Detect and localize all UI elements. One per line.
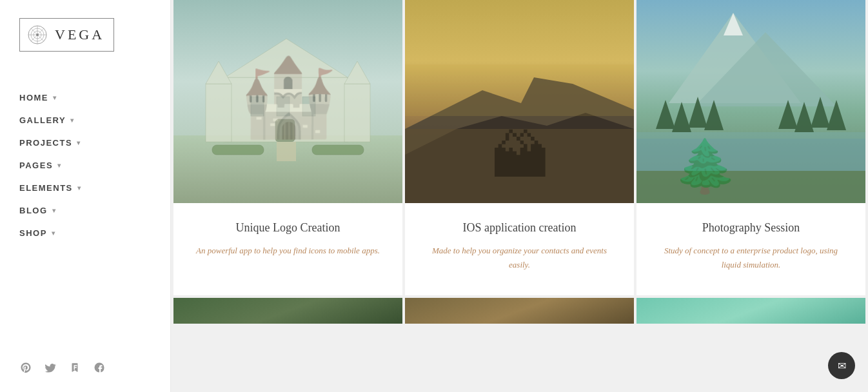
card-partial-1 <box>173 298 402 324</box>
card-partial-1-image <box>173 298 402 324</box>
card-1-title: Unique Logo Creation <box>193 221 383 235</box>
logo-box[interactable]: VEGA <box>19 18 114 52</box>
nav-shop-label: SHOP <box>19 228 47 238</box>
card-partial-2 <box>405 298 634 324</box>
nav-projects[interactable]: PROJECTS ▾ <box>0 132 170 154</box>
card-3-image <box>636 0 865 203</box>
svg-rect-42 <box>636 171 865 203</box>
logo-area: VEGA <box>0 0 170 71</box>
nav-elements-chevron: ▾ <box>77 184 82 191</box>
nav-pages[interactable]: PAGES ▾ <box>0 154 170 177</box>
main-nav: HOME ▾ GALLERY ▾ PROJECTS ▾ PAGES ▾ ELEM… <box>0 71 170 348</box>
svg-rect-26 <box>405 129 634 203</box>
card-1-image <box>173 0 402 203</box>
card-2-desc: Made to help you organize your contacts … <box>424 244 615 272</box>
sidebar: VEGA HOME ▾ GALLERY ▾ PROJECTS ▾ PAGES ▾… <box>0 0 171 392</box>
nav-projects-label: PROJECTS <box>19 138 72 148</box>
social-foursquare[interactable] <box>68 361 81 374</box>
cards-grid-row2 <box>171 295 868 324</box>
svg-rect-20 <box>212 145 264 155</box>
cards-grid: Unique Logo Creation An powerful app to … <box>171 0 868 295</box>
card-partial-3 <box>636 298 865 324</box>
nav-home-label: HOME <box>19 93 48 103</box>
logo-text: VEGA <box>55 26 104 43</box>
social-bar <box>0 348 170 392</box>
nav-home[interactable]: HOME ▾ <box>0 86 170 109</box>
card-3-body: Photography Session Study of concept to … <box>636 203 865 295</box>
card-1: Unique Logo Creation An powerful app to … <box>173 0 402 295</box>
svg-rect-10 <box>225 77 348 142</box>
card-2: IOS application creation Made to help yo… <box>405 0 634 295</box>
nav-gallery-chevron: ▾ <box>70 117 75 124</box>
card-3-title: Photography Session <box>656 221 846 235</box>
card-1-desc: An powerful app to help you find icons t… <box>193 244 383 258</box>
nav-projects-chevron: ▾ <box>77 139 81 146</box>
svg-rect-27 <box>405 64 634 116</box>
card-2-image <box>405 0 634 203</box>
nav-shop[interactable]: SHOP ▾ <box>0 222 170 244</box>
svg-rect-18 <box>302 97 315 116</box>
svg-point-7 <box>36 34 39 36</box>
card-partial-3-image <box>636 298 865 324</box>
svg-rect-21 <box>312 145 364 155</box>
svg-rect-22 <box>277 142 296 161</box>
card-3: Photography Session Study of concept to … <box>636 0 865 295</box>
nav-gallery[interactable]: GALLERY ▾ <box>0 109 170 132</box>
nav-pages-label: PAGES <box>19 161 53 170</box>
svg-rect-13 <box>344 84 370 142</box>
main-content: Unique Logo Creation An powerful app to … <box>171 0 868 392</box>
nav-shop-chevron: ▾ <box>52 230 56 237</box>
nav-blog-chevron: ▾ <box>52 207 57 214</box>
nav-elements[interactable]: ELEMENTS ▾ <box>0 177 170 199</box>
nav-blog[interactable]: BLOG ▾ <box>0 199 170 222</box>
card-3-desc: Study of concept to a enterprise product… <box>656 244 846 272</box>
notification-button[interactable] <box>828 352 855 379</box>
card-1-body: Unique Logo Creation An powerful app to … <box>173 203 402 295</box>
nav-gallery-label: GALLERY <box>19 115 66 125</box>
card-2-body: IOS application creation Made to help yo… <box>405 203 634 295</box>
svg-rect-17 <box>277 97 290 116</box>
card-2-title: IOS application creation <box>424 221 615 235</box>
nav-pages-chevron: ▾ <box>57 162 62 169</box>
nav-elements-label: ELEMENTS <box>19 183 73 193</box>
nav-blog-label: BLOG <box>19 206 48 215</box>
social-pinterest[interactable] <box>19 361 32 374</box>
card-partial-2-image <box>405 298 634 324</box>
svg-rect-12 <box>206 84 232 142</box>
social-facebook[interactable] <box>93 361 106 374</box>
nav-home-chevron: ▾ <box>53 94 57 101</box>
logo-icon <box>26 24 48 46</box>
social-twitter[interactable] <box>44 361 57 374</box>
svg-rect-19 <box>275 119 295 142</box>
svg-rect-16 <box>251 97 264 116</box>
